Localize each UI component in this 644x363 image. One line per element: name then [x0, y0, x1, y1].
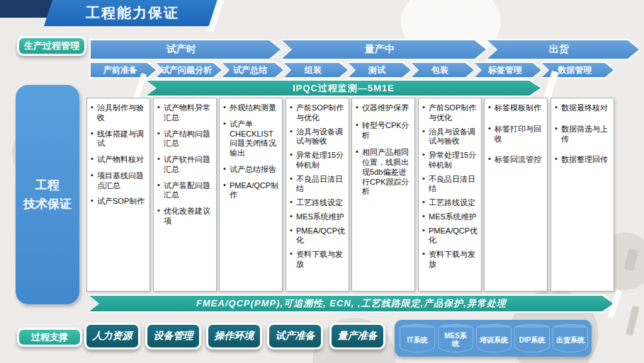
list-item: 不良品日清日结: [289, 175, 347, 195]
list-item: 标签回流管控: [487, 155, 546, 165]
list-item: PMEA/QCP优化: [422, 226, 480, 246]
process-management-label: 生产过程管理: [17, 36, 86, 56]
step-arrow: 标签管理: [473, 62, 543, 79]
list-item: 标签打印与回收: [487, 125, 546, 144]
bullet-list: 标签模板制作标签打印与回收标签回流管控: [485, 98, 547, 165]
column-data-management: 数据最终核对数据筛选与上传数据整理回传: [550, 98, 614, 292]
step-arrow: 测试: [347, 62, 412, 79]
bullet-list: 产前SOP制作与优化治具与设备调试与验收异常处理15分钟机制不良品日清日结工艺路…: [419, 98, 481, 270]
list-item: 数据最终核对: [554, 103, 612, 113]
list-item: 试产SOP制作: [90, 197, 148, 207]
bullet-list: 治具制作与验收线体搭建与调试试产物料核对项目基线问题点汇总试产SOP制作: [87, 98, 149, 207]
column-assembly: 产前SOP制作与优化治具与设备调试与验收异常处理15分钟机制不良品日清日结工艺路…: [286, 98, 349, 292]
bullet-list: 产前SOP制作与优化治具与设备调试与验收异常处理15分钟机制不良品日清日结工艺路…: [286, 98, 349, 270]
list-item: 试产结构问题汇总: [157, 129, 215, 149]
systems-container: IT系统 MES系统 培训系统 DIP系统 出货系统: [395, 320, 592, 357]
support-button-mass-prep: 量产准备: [329, 323, 385, 350]
list-item: 数据筛选与上传: [554, 125, 612, 144]
bullet-list: 数据最终核对数据筛选与上传数据整理回传: [551, 98, 614, 165]
support-button-trial-prep: 试产准备: [267, 323, 323, 350]
list-item: PMEA/QCP制作: [222, 181, 281, 201]
system-cylinder-mes: MES系统: [438, 324, 473, 352]
support-button-equipment: 设备管理: [145, 323, 201, 350]
support-button-hr: 人力资源: [84, 323, 140, 350]
support-button-environment: 操作环境: [206, 323, 262, 350]
system-cylinder-shipping: 出货系统: [553, 324, 588, 352]
list-item: MES系统维护: [422, 212, 480, 222]
column-trial-issues: 试产物料异常汇总试产结构问题汇总试产软件问题汇总试产装配问题汇总优化改善建议项: [153, 98, 217, 292]
process-support-label: 过程支撑: [17, 328, 82, 347]
system-cylinder-dip: DIP系统: [514, 324, 550, 352]
bullet-list: 外观结构测量试产单CHECKLIST问题关闭情况输出试产总结报告PMEA/QCP…: [220, 98, 282, 200]
list-item: 标签模板制作: [487, 103, 546, 113]
list-item: 数据整理回传: [554, 155, 612, 165]
bullet-list: 仪器维护保养转型号CPK分析相同产品相同位置，线损出现5db偏差进行CPK跟踪分…: [352, 98, 414, 197]
phase-arrow-shipment: 出货: [486, 39, 640, 60]
list-item: 试产物料异常汇总: [157, 103, 215, 123]
list-item: 外观结构测量: [222, 103, 281, 113]
list-item: 转型号CPK分析: [355, 121, 413, 141]
bullet-list: 试产物料异常汇总试产结构问题汇总试产软件问题汇总试产装配问题汇总优化改善建议项: [154, 98, 216, 226]
list-item: 试产总结报告: [222, 165, 281, 175]
list-item: 治具制作与验收: [90, 103, 148, 123]
list-item: 试产软件问题汇总: [157, 155, 215, 175]
slide: 工程能力保证 生产过程管理 试产时 量产中 出货 产前准备 试产问题分析 试产总…: [0, 0, 644, 363]
list-item: 试产物料核对: [90, 155, 148, 165]
step-arrow: 组装: [283, 62, 349, 79]
list-item: 线体搭建与调试: [90, 129, 148, 149]
list-item: 治具与设备调试与验收: [289, 127, 347, 147]
list-item: 工艺路线设定: [422, 198, 480, 208]
list-item: 试产单CHECKLIST问题关闭情况输出: [222, 120, 281, 159]
system-cylinder-it: IT系统: [400, 324, 435, 352]
list-item: 项目基线问题点汇总: [90, 171, 148, 191]
list-item: 试产装配问题汇总: [157, 181, 215, 201]
ipqc-banner: IPQC过程监测—5M1E: [145, 79, 542, 97]
sidebar-engineering-assurance: 工程 技术保证: [16, 85, 79, 304]
list-item: 异常处理15分钟机制: [289, 151, 347, 171]
step-arrow: 产前准备: [89, 62, 157, 79]
list-item: 工艺路线设定: [289, 198, 347, 208]
list-item: 资料下载与发放: [289, 250, 347, 270]
list-item: 产前SOP制作与优化: [422, 103, 480, 123]
list-item: 仪器维护保养: [355, 103, 413, 113]
phase-arrow-mass-production: 量产中: [281, 39, 487, 60]
step-arrow: 包装: [410, 62, 475, 79]
list-item: 资料下载与发放: [422, 250, 480, 270]
list-item: 不良品日清日结: [422, 175, 480, 195]
list-item: MES系统维护: [289, 212, 347, 222]
system-cylinder-training: 培训系统: [476, 324, 512, 352]
column-trial-summary: 外观结构测量试产单CHECKLIST问题关闭情况输出试产总结报告PMEA/QCP…: [219, 98, 283, 292]
step-arrow: 试产总结: [221, 62, 285, 79]
list-item: 相同产品相同位置，线损出现5db偏差进行CPK跟踪分析: [355, 148, 413, 197]
fmea-banner: FMEA/QCP(PMP),可追溯性, ECN, ,工艺线路限定,产品保护,异常…: [88, 294, 615, 313]
list-item: PMEA/QCP优化: [289, 226, 347, 246]
column-pre-production: 治具制作与验收线体搭建与调试试产物料核对项目基线问题点汇总试产SOP制作: [86, 98, 150, 292]
list-item: 异常处理15分钟机制: [422, 151, 480, 171]
header-title-shape: 工程能力保证: [44, 0, 221, 26]
step-arrow: 试产问题分析: [155, 62, 223, 79]
list-item: 治具与设备调试与验收: [422, 127, 480, 147]
column-label-management: 标签模板制作标签打印与回收标签回流管控: [484, 98, 548, 292]
page-title: 工程能力保证: [86, 4, 179, 23]
column-packaging: 产前SOP制作与优化治具与设备调试与验收异常处理15分钟机制不良品日清日结工艺路…: [418, 98, 482, 292]
phase-arrow-trial: 试产时: [89, 39, 282, 60]
column-testing: 仪器维护保养转型号CPK分析相同产品相同位置，线损出现5db偏差进行CPK跟踪分…: [351, 98, 415, 292]
list-item: 产前SOP制作与优化: [289, 103, 347, 123]
list-item: 优化改善建议项: [157, 207, 215, 226]
